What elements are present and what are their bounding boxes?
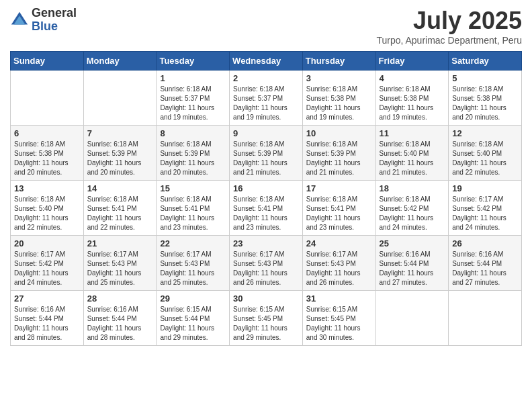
- day-info: Sunrise: 6:18 AMSunset: 5:38 PMDaylight:…: [14, 140, 80, 177]
- calendar-day-cell: 4Sunrise: 6:18 AMSunset: 5:38 PMDaylight…: [375, 71, 449, 126]
- logo-text: General Blue: [32, 7, 77, 34]
- calendar-day-cell: [83, 71, 157, 126]
- calendar-day-cell: 11Sunrise: 6:18 AMSunset: 5:40 PMDayligh…: [375, 126, 449, 181]
- day-number: 13: [14, 183, 80, 193]
- calendar-day-cell: 26Sunrise: 6:16 AMSunset: 5:44 PMDayligh…: [449, 236, 522, 291]
- calendar-day-cell: 18Sunrise: 6:18 AMSunset: 5:42 PMDayligh…: [375, 181, 449, 236]
- day-info: Sunrise: 6:18 AMSunset: 5:41 PMDaylight:…: [306, 195, 372, 232]
- calendar-day-cell: 9Sunrise: 6:18 AMSunset: 5:39 PMDaylight…: [230, 126, 303, 181]
- calendar-day-cell: 27Sunrise: 6:16 AMSunset: 5:44 PMDayligh…: [11, 291, 84, 346]
- day-number: 21: [87, 238, 153, 248]
- day-number: 12: [452, 128, 518, 138]
- day-info: Sunrise: 6:18 AMSunset: 5:41 PMDaylight:…: [233, 195, 299, 232]
- calendar-day-cell: 1Sunrise: 6:18 AMSunset: 5:37 PMDaylight…: [157, 71, 230, 126]
- day-number: 26: [452, 238, 518, 248]
- day-info: Sunrise: 6:18 AMSunset: 5:39 PMDaylight:…: [160, 140, 226, 177]
- day-number: 17: [306, 183, 372, 193]
- day-number: 2: [233, 73, 299, 83]
- day-number: 16: [233, 183, 299, 193]
- day-info: Sunrise: 6:18 AMSunset: 5:37 PMDaylight:…: [233, 85, 299, 122]
- calendar-week-row: 6Sunrise: 6:18 AMSunset: 5:38 PMDaylight…: [11, 126, 522, 181]
- day-of-week-header: Thursday: [302, 52, 375, 71]
- logo-icon: [10, 11, 29, 30]
- day-number: 8: [160, 128, 226, 138]
- calendar-day-cell: 6Sunrise: 6:18 AMSunset: 5:38 PMDaylight…: [11, 126, 84, 181]
- day-number: 18: [380, 183, 445, 193]
- day-info: Sunrise: 6:18 AMSunset: 5:40 PMDaylight:…: [380, 140, 445, 177]
- day-info: Sunrise: 6:18 AMSunset: 5:40 PMDaylight:…: [452, 140, 518, 177]
- day-info: Sunrise: 6:18 AMSunset: 5:39 PMDaylight:…: [87, 140, 153, 177]
- calendar-day-cell: 5Sunrise: 6:18 AMSunset: 5:38 PMDaylight…: [449, 71, 522, 126]
- day-number: 30: [233, 293, 299, 304]
- day-info: Sunrise: 6:16 AMSunset: 5:44 PMDaylight:…: [87, 305, 153, 342]
- calendar-week-row: 13Sunrise: 6:18 AMSunset: 5:40 PMDayligh…: [11, 181, 522, 236]
- calendar-day-cell: 12Sunrise: 6:18 AMSunset: 5:40 PMDayligh…: [449, 126, 522, 181]
- day-info: Sunrise: 6:18 AMSunset: 5:39 PMDaylight:…: [233, 140, 299, 177]
- day-number: 29: [160, 293, 226, 304]
- day-of-week-header: Wednesday: [230, 52, 303, 71]
- calendar-day-cell: 19Sunrise: 6:17 AMSunset: 5:42 PMDayligh…: [449, 181, 522, 236]
- day-info: Sunrise: 6:16 AMSunset: 5:44 PMDaylight:…: [14, 305, 80, 342]
- day-number: 4: [380, 73, 445, 83]
- calendar-table: SundayMondayTuesdayWednesdayThursdayFrid…: [10, 51, 522, 346]
- day-number: 27: [14, 293, 80, 304]
- day-info: Sunrise: 6:17 AMSunset: 5:43 PMDaylight:…: [160, 250, 226, 287]
- day-of-week-header: Sunday: [11, 52, 84, 71]
- calendar-day-cell: 16Sunrise: 6:18 AMSunset: 5:41 PMDayligh…: [230, 181, 303, 236]
- calendar-day-cell: 30Sunrise: 6:15 AMSunset: 5:45 PMDayligh…: [230, 291, 303, 346]
- calendar-day-cell: 23Sunrise: 6:17 AMSunset: 5:43 PMDayligh…: [230, 236, 303, 291]
- day-number: 3: [306, 73, 372, 83]
- day-info: Sunrise: 6:15 AMSunset: 5:45 PMDaylight:…: [306, 305, 372, 342]
- calendar-day-cell: 2Sunrise: 6:18 AMSunset: 5:37 PMDaylight…: [230, 71, 303, 126]
- day-of-week-header: Saturday: [449, 52, 522, 71]
- calendar-day-cell: 7Sunrise: 6:18 AMSunset: 5:39 PMDaylight…: [83, 126, 157, 181]
- header: General Blue July 2025 Turpo, Apurimac D…: [10, 7, 522, 46]
- day-number: 1: [160, 73, 226, 83]
- calendar-day-cell: 29Sunrise: 6:15 AMSunset: 5:44 PMDayligh…: [157, 291, 230, 346]
- location-title: Turpo, Apurimac Department, Peru: [376, 35, 522, 46]
- day-number: 10: [306, 128, 372, 138]
- day-number: 6: [14, 128, 80, 138]
- day-number: 14: [87, 183, 153, 193]
- calendar-day-cell: 10Sunrise: 6:18 AMSunset: 5:39 PMDayligh…: [302, 126, 375, 181]
- day-info: Sunrise: 6:17 AMSunset: 5:43 PMDaylight:…: [87, 250, 153, 287]
- day-of-week-header: Tuesday: [157, 52, 230, 71]
- day-number: 24: [306, 238, 372, 248]
- days-header-row: SundayMondayTuesdayWednesdayThursdayFrid…: [11, 52, 522, 71]
- day-info: Sunrise: 6:17 AMSunset: 5:42 PMDaylight:…: [452, 195, 518, 232]
- day-number: 15: [160, 183, 226, 193]
- day-number: 25: [380, 238, 445, 248]
- logo-general-text: General: [32, 7, 77, 20]
- day-number: 20: [14, 238, 80, 248]
- calendar-day-cell: 25Sunrise: 6:16 AMSunset: 5:44 PMDayligh…: [375, 236, 449, 291]
- calendar-day-cell: 20Sunrise: 6:17 AMSunset: 5:42 PMDayligh…: [11, 236, 84, 291]
- day-info: Sunrise: 6:18 AMSunset: 5:38 PMDaylight:…: [380, 85, 445, 122]
- day-info: Sunrise: 6:16 AMSunset: 5:44 PMDaylight:…: [380, 250, 445, 287]
- day-number: 9: [233, 128, 299, 138]
- calendar-day-cell: [449, 291, 522, 346]
- calendar-week-row: 1Sunrise: 6:18 AMSunset: 5:37 PMDaylight…: [11, 71, 522, 126]
- day-number: 7: [87, 128, 153, 138]
- day-number: 11: [380, 128, 445, 138]
- calendar-day-cell: 28Sunrise: 6:16 AMSunset: 5:44 PMDayligh…: [83, 291, 157, 346]
- logo: General Blue: [10, 7, 77, 34]
- day-info: Sunrise: 6:17 AMSunset: 5:42 PMDaylight:…: [14, 250, 80, 287]
- day-info: Sunrise: 6:18 AMSunset: 5:41 PMDaylight:…: [160, 195, 226, 232]
- calendar-day-cell: 24Sunrise: 6:17 AMSunset: 5:43 PMDayligh…: [302, 236, 375, 291]
- day-number: 5: [452, 73, 518, 83]
- day-info: Sunrise: 6:18 AMSunset: 5:41 PMDaylight:…: [87, 195, 153, 232]
- calendar-day-cell: 3Sunrise: 6:18 AMSunset: 5:38 PMDaylight…: [302, 71, 375, 126]
- month-title: July 2025: [376, 7, 522, 35]
- day-number: 19: [452, 183, 518, 193]
- title-area: July 2025 Turpo, Apurimac Department, Pe…: [376, 7, 522, 46]
- calendar-day-cell: 31Sunrise: 6:15 AMSunset: 5:45 PMDayligh…: [302, 291, 375, 346]
- day-info: Sunrise: 6:18 AMSunset: 5:37 PMDaylight:…: [160, 85, 226, 122]
- day-info: Sunrise: 6:18 AMSunset: 5:38 PMDaylight:…: [452, 85, 518, 122]
- day-info: Sunrise: 6:17 AMSunset: 5:43 PMDaylight:…: [306, 250, 372, 287]
- calendar-day-cell: [375, 291, 449, 346]
- calendar-day-cell: 15Sunrise: 6:18 AMSunset: 5:41 PMDayligh…: [157, 181, 230, 236]
- calendar-day-cell: 8Sunrise: 6:18 AMSunset: 5:39 PMDaylight…: [157, 126, 230, 181]
- day-info: Sunrise: 6:16 AMSunset: 5:44 PMDaylight:…: [452, 250, 518, 287]
- day-number: 23: [233, 238, 299, 248]
- day-info: Sunrise: 6:15 AMSunset: 5:44 PMDaylight:…: [160, 305, 226, 342]
